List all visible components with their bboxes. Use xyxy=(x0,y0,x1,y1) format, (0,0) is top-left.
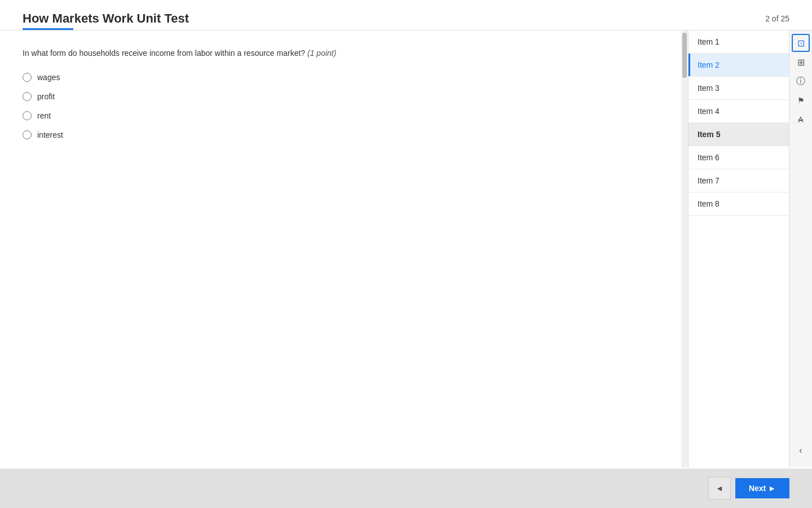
option-profit-label: profit xyxy=(37,92,55,101)
bookmark-icon[interactable]: A xyxy=(792,111,810,129)
page-title: How Markets Work Unit Test xyxy=(23,11,189,26)
sidebar-item-6[interactable]: Item 6 xyxy=(689,146,789,169)
option-interest-label: interest xyxy=(37,130,63,139)
list-item: wages xyxy=(23,73,665,82)
items-list: Item 1 Item 2 Item 3 Item 4 Item 5 Item … xyxy=(689,30,789,467)
scrollbar-thumb xyxy=(682,33,687,78)
sidebar-item-1[interactable]: Item 1 xyxy=(689,30,789,54)
footer: ◄ Next ► xyxy=(0,468,812,508)
collapse-panel-button[interactable]: ‹ xyxy=(792,441,810,459)
sidebar-item-3[interactable]: Item 3 xyxy=(689,77,789,100)
info-icon[interactable]: ⓘ xyxy=(792,72,810,90)
option-profit-radio[interactable] xyxy=(23,92,32,101)
option-wages-radio[interactable] xyxy=(23,73,32,82)
sidebar-item-2[interactable]: Item 2 xyxy=(689,54,789,77)
prev-button[interactable]: ◄ xyxy=(708,477,731,500)
expand-icon[interactable]: ⊡ xyxy=(792,34,810,52)
option-interest-radio[interactable] xyxy=(23,130,32,139)
sidebar-item-8[interactable]: Item 8 xyxy=(689,192,789,216)
question-points: (1 point) xyxy=(307,49,336,58)
option-rent-label: rent xyxy=(37,111,51,120)
grid-icon[interactable]: ⊞ xyxy=(792,53,810,71)
icons-panel: ⊡ ⊞ ⓘ ⚑ A ‹ xyxy=(789,30,812,467)
question-area: In what form do households receive incom… xyxy=(0,30,688,467)
list-item: interest xyxy=(23,130,665,139)
option-wages-label: wages xyxy=(37,73,60,82)
header: How Markets Work Unit Test 2 of 25 xyxy=(0,0,812,26)
sidebar-item-4[interactable]: Item 4 xyxy=(689,100,789,123)
options-list: wages profit rent interest xyxy=(23,73,665,139)
list-item: rent xyxy=(23,111,665,120)
flag-icon[interactable]: ⚑ xyxy=(792,91,810,110)
right-panel: Item 1 Item 2 Item 3 Item 4 Item 5 Item … xyxy=(688,30,812,467)
sidebar-item-7[interactable]: Item 7 xyxy=(689,169,789,192)
main-area: In what form do households receive incom… xyxy=(0,30,812,467)
question-scrollbar[interactable] xyxy=(681,30,688,467)
list-item: profit xyxy=(23,92,665,101)
next-button[interactable]: Next ► xyxy=(735,478,789,498)
sidebar-item-5[interactable]: Item 5 xyxy=(689,123,789,146)
question-text: In what form do households receive incom… xyxy=(23,47,665,59)
option-rent-radio[interactable] xyxy=(23,111,32,120)
progress-indicator: 2 of 25 xyxy=(765,14,789,23)
